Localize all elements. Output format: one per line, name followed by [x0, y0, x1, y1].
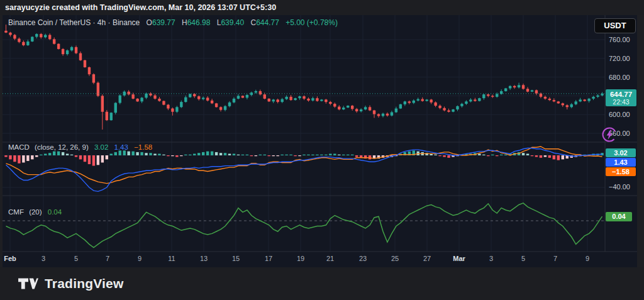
- cmf-title[interactable]: CMF: [8, 208, 24, 216]
- cmf-params: (20): [29, 208, 42, 216]
- high-value: 646.98: [187, 18, 211, 27]
- attribution-text: sarayucyzie created with TradingView.com…: [5, 0, 276, 15]
- cmf-badge: 0.04: [606, 212, 632, 221]
- attribution-bar: sarayucyzie created with TradingView.com…: [0, 0, 644, 15]
- tradingview-logo[interactable]: TradingView: [18, 275, 124, 292]
- macd-line-value: 1.43: [114, 143, 128, 151]
- close-label: C: [250, 18, 256, 27]
- time-axis-label: 9: [138, 255, 142, 262]
- macd-hist-value: 3.02: [94, 143, 108, 151]
- time-axis-label: 17: [265, 255, 272, 262]
- time-axis-label: 27: [423, 255, 431, 262]
- exchange-label: Binance: [113, 18, 140, 27]
- price-axis-label: 600.00: [609, 110, 630, 119]
- time-axis-label: 3: [42, 255, 45, 262]
- time-axis-label: 25: [391, 255, 399, 262]
- time-axis-label: 15: [232, 255, 240, 262]
- open-label: O: [147, 18, 152, 27]
- time-axis-label: Feb: [4, 255, 16, 262]
- cmf-value: 0.04: [48, 208, 62, 216]
- high-label: H: [182, 18, 187, 27]
- macd-signal-value: −1.58: [134, 143, 152, 151]
- candlestick-chart[interactable]: [3, 15, 637, 267]
- tradingview-logo-text: TradingView: [45, 276, 124, 291]
- time-axis-label: 11: [168, 255, 175, 262]
- cmf-legend: CMF (20) 0.04: [8, 208, 62, 216]
- macd-legend: MACD (close, 12, 26, 9) 3.02 1.43 −1.58: [8, 143, 152, 151]
- chart-area[interactable]: Binance Coin / TetherUS · 4h · Binance O…: [3, 15, 637, 267]
- price-axis-label: 720.00: [609, 54, 630, 63]
- chart-legend: Binance Coin / TetherUS · 4h · Binance O…: [8, 18, 338, 27]
- interval-label[interactable]: 4h: [97, 18, 106, 27]
- time-axis-label: Mar: [453, 255, 465, 262]
- last-price-badge: 644.77 22:43: [606, 89, 636, 106]
- time-axis[interactable]: Feb3579111315171921232527Mar3579: [3, 252, 605, 267]
- time-axis-label: 5: [521, 255, 525, 262]
- currency-toggle-button[interactable]: USDT: [594, 18, 636, 33]
- time-axis-label: 9: [586, 255, 589, 262]
- symbol-title[interactable]: Binance Coin / TetherUS: [8, 18, 91, 27]
- macd-axis-tick: −40.00: [609, 183, 630, 191]
- price-axis-label: 760.00: [609, 35, 630, 44]
- time-axis-label: 13: [200, 255, 208, 262]
- open-value: 639.77: [152, 18, 175, 27]
- macd-line-badge: 1.43: [606, 158, 636, 167]
- time-axis-label: 7: [106, 255, 109, 262]
- price-axis-label: 680.00: [609, 73, 630, 82]
- footer-bar: TradingView: [0, 267, 644, 300]
- time-axis-label: 23: [359, 255, 367, 262]
- time-axis-label: 7: [553, 255, 557, 262]
- lightning-bolt: [607, 130, 613, 140]
- last-price-value: 644.77: [606, 90, 636, 99]
- time-axis-label: 3: [489, 255, 493, 262]
- time-axis-label: 19: [297, 255, 304, 262]
- macd-params: (close, 12, 26, 9): [35, 143, 89, 151]
- macd-title[interactable]: MACD: [8, 143, 30, 151]
- bar-countdown: 22:43: [606, 99, 636, 106]
- tradingview-logo-icon: [18, 276, 39, 291]
- close-value: 644.77: [256, 18, 279, 27]
- lightning-icon[interactable]: [601, 126, 618, 143]
- macd-signal-badge: −1.58: [606, 167, 636, 176]
- low-value: 639.40: [221, 18, 244, 27]
- macd-hist-badge: 3.02: [606, 148, 636, 157]
- time-axis-label: 5: [74, 255, 78, 262]
- time-axis-label: 21: [326, 255, 334, 262]
- change-value: +5.00 (+0.78%): [286, 18, 338, 27]
